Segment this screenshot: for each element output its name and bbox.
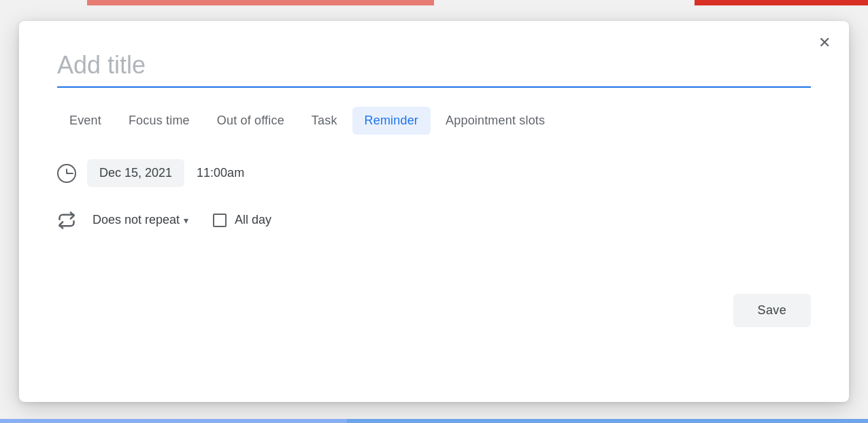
dialog-container: ✕ Event Focus time Out of office Task Re… [19,21,849,402]
bg-top-bar [0,0,868,5]
dialog-overlay: ✕ Event Focus time Out of office Task Re… [0,0,868,423]
clock-minute-hand [67,173,73,174]
tab-task[interactable]: Task [299,107,350,135]
title-section [57,46,811,88]
datetime-section: Dec 15, 2021 11:00am [57,159,811,187]
clock-icon-container [57,164,87,183]
allday-label[interactable]: All day [235,213,271,227]
tab-appointment-slots[interactable]: Appointment slots [433,107,557,135]
clock-icon [57,164,76,183]
allday-section: All day [213,213,271,227]
tab-out-of-office[interactable]: Out of office [205,107,297,135]
tabs-section: Event Focus time Out of office Task Remi… [57,107,811,135]
repeat-label: Does not repeat [93,213,180,227]
tab-reminder[interactable]: Reminder [352,107,431,135]
clock-center-dot [66,172,68,174]
close-icon: ✕ [818,35,831,50]
date-button[interactable]: Dec 15, 2021 [87,159,184,187]
repeat-icon-container [57,211,87,230]
repeat-chevron-icon: ▾ [184,215,188,226]
allday-checkbox[interactable] [213,214,227,227]
tab-event[interactable]: Event [57,107,114,135]
dialog-footer: Save [19,283,849,349]
repeat-dropdown-button[interactable]: Does not repeat ▾ [87,206,194,234]
save-button[interactable]: Save [733,294,811,327]
dialog-content: Event Focus time Out of office Task Remi… [19,21,849,283]
close-button[interactable]: ✕ [812,31,837,55]
title-input[interactable] [57,46,811,88]
time-button[interactable]: 11:00am [191,159,250,187]
bg-bottom-bar [0,419,868,423]
repeat-icon [57,211,76,230]
tab-focus-time[interactable]: Focus time [116,107,202,135]
repeat-section: Does not repeat ▾ All day [57,206,811,234]
